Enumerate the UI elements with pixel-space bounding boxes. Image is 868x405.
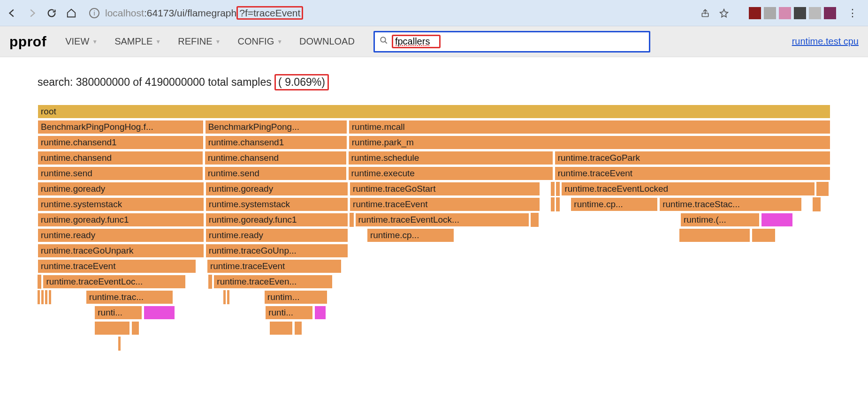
search-box[interactable] — [373, 31, 650, 52]
flame-cell[interactable] — [813, 197, 821, 211]
flame-cell[interactable]: runtime.mcall — [349, 120, 830, 134]
flame-cell[interactable]: runtime.goready — [38, 182, 204, 196]
flame-cell[interactable] — [38, 275, 41, 289]
flame-cell[interactable]: runtime.systemstack — [38, 197, 204, 211]
menu-download[interactable]: DOWNLOAD — [299, 36, 355, 47]
flame-cell[interactable]: BenchmarkPingPongHog.f... — [38, 120, 204, 134]
flame-cell[interactable] — [761, 213, 793, 227]
flame-cell[interactable]: runtime.send — [205, 166, 347, 180]
flame-cell[interactable] — [556, 197, 560, 211]
flame-cell[interactable] — [38, 290, 40, 304]
ext-icon[interactable] — [764, 7, 776, 19]
flame-cell[interactable]: runtime.chansend — [38, 151, 203, 165]
flame-cell[interactable]: runtime.traceEvent — [555, 166, 830, 180]
flame-cell[interactable]: runtime.chansend — [205, 151, 347, 165]
flame-cell[interactable] — [269, 321, 293, 335]
flame-cell[interactable]: runtime.traceEventLock... — [355, 213, 530, 227]
flame-cell[interactable]: runtime.chansend1 — [205, 135, 347, 150]
flame-cell[interactable]: runtime.cp... — [571, 197, 658, 211]
flame-cell[interactable] — [551, 182, 555, 196]
flame-cell[interactable]: runtime.traceEven... — [213, 275, 333, 289]
flame-cell[interactable] — [556, 182, 560, 196]
chevron-down-icon: ▼ — [92, 38, 98, 45]
flame-cell[interactable]: runtime.goready.func1 — [206, 213, 348, 227]
flame-cell[interactable] — [45, 290, 47, 304]
flame-cell[interactable] — [531, 213, 539, 227]
flame-cell[interactable]: runtime.goready — [206, 182, 348, 196]
flame-cell[interactable]: runtime.trac... — [86, 290, 173, 304]
reload-icon[interactable] — [45, 7, 58, 20]
status-percent-highlight: ( 9.069%) — [274, 74, 329, 90]
flame-cell[interactable]: runtime.traceEvent — [207, 259, 342, 273]
flame-cell[interactable] — [551, 197, 555, 211]
flame-cell[interactable]: runtime.schedule — [348, 151, 553, 165]
flame-cell[interactable]: runtime.ready — [206, 228, 348, 242]
flame-cell[interactable]: runtime.(... — [680, 213, 760, 227]
flame-cell[interactable]: runtime.traceGoPark — [555, 151, 830, 165]
flame-cell[interactable]: runti... — [265, 306, 312, 320]
flame-cell[interactable] — [94, 321, 130, 335]
share-icon[interactable] — [700, 8, 710, 18]
flamegraph[interactable]: rootBenchmarkPingPongHog.f...BenchmarkPi… — [38, 105, 830, 351]
flame-cell[interactable]: runtime.ready — [38, 228, 204, 242]
flame-cell[interactable] — [208, 275, 212, 289]
browser-menu-icon[interactable]: ⋮ — [843, 7, 862, 19]
flame-cell[interactable]: runtime.execute — [348, 166, 553, 180]
content: search: 380000000 of 4190000000 total sa… — [0, 57, 868, 369]
flame-cell[interactable] — [118, 337, 121, 351]
flame-cell[interactable]: runtime.traceEventLocked — [561, 182, 815, 196]
menu-sample[interactable]: SAMPLE▼ — [114, 36, 161, 47]
flame-cell[interactable] — [350, 213, 353, 227]
flame-cell[interactable] — [314, 306, 326, 320]
flame-cell[interactable]: runtime.traceStac... — [659, 197, 802, 211]
search-input[interactable] — [395, 36, 437, 47]
url-query-highlight: ?f=traceEvent — [236, 6, 303, 20]
flame-cell[interactable] — [679, 228, 750, 242]
ext-icon[interactable] — [809, 7, 821, 19]
flame-cell[interactable]: runtime.traceGoUnp... — [206, 244, 348, 258]
url-path: :64173/ui/flamegraph — [144, 8, 236, 18]
star-icon[interactable] — [719, 8, 729, 18]
flame-cell[interactable] — [752, 228, 776, 242]
menu-config[interactable]: CONFIG▼ — [237, 36, 282, 47]
flame-cell[interactable] — [227, 290, 229, 304]
flame-cell[interactable] — [144, 306, 175, 320]
menu: VIEW▼ SAMPLE▼ REFINE▼ CONFIG▼ DOWNLOAD — [65, 36, 355, 47]
flame-cell[interactable] — [41, 290, 44, 304]
flame-cell[interactable]: runtime.traceEvent — [350, 197, 540, 211]
app-toolbar: pprof VIEW▼ SAMPLE▼ REFINE▼ CONFIG▼ DOWN… — [0, 26, 868, 57]
flame-cell[interactable]: runtime.systemstack — [206, 197, 348, 211]
ext-icon[interactable] — [794, 7, 806, 19]
flame-cell[interactable]: runtim... — [264, 290, 327, 304]
info-icon[interactable]: i — [89, 8, 99, 18]
flame-cell[interactable] — [816, 182, 828, 196]
flame-cell[interactable]: runtime.traceEventLoc... — [43, 275, 185, 289]
flame-cell[interactable] — [223, 290, 226, 304]
flame-cell[interactable]: runtime.cp... — [367, 228, 454, 242]
menu-refine[interactable]: REFINE▼ — [178, 36, 221, 47]
flame-cell[interactable]: runtime.park_m — [349, 135, 830, 150]
flame-cell[interactable] — [294, 321, 302, 335]
ext-icon[interactable] — [824, 7, 836, 19]
flame-cell[interactable]: runtime.traceEvent — [38, 259, 196, 273]
home-icon[interactable] — [65, 7, 78, 20]
ext-icon[interactable] — [779, 7, 791, 19]
flame-cell[interactable] — [49, 290, 51, 304]
flame-cell[interactable]: runtime.chansend1 — [38, 135, 204, 150]
menu-view[interactable]: VIEW▼ — [65, 36, 98, 47]
flame-cell[interactable]: runtime.goready.func1 — [38, 213, 204, 227]
profile-link[interactable]: runtime.test cpu — [792, 36, 859, 47]
chevron-down-icon: ▼ — [155, 38, 161, 45]
url-bar[interactable]: i localhost:64173/ui/flamegraph?f=traceE… — [84, 4, 734, 22]
flame-cell[interactable]: root — [38, 105, 830, 119]
chevron-down-icon: ▼ — [215, 38, 221, 45]
flame-cell[interactable] — [131, 321, 139, 335]
flame-cell[interactable]: BenchmarkPingPong... — [205, 120, 347, 134]
flame-cell[interactable]: runtime.send — [38, 166, 203, 180]
flame-cell[interactable]: runti... — [94, 306, 142, 320]
forward-icon[interactable] — [25, 7, 38, 20]
ext-icon[interactable] — [749, 7, 761, 19]
back-icon[interactable] — [6, 7, 19, 20]
flame-cell[interactable]: runtime.traceGoUnpark — [38, 244, 204, 258]
flame-cell[interactable]: runtime.traceGoStart — [350, 182, 540, 196]
